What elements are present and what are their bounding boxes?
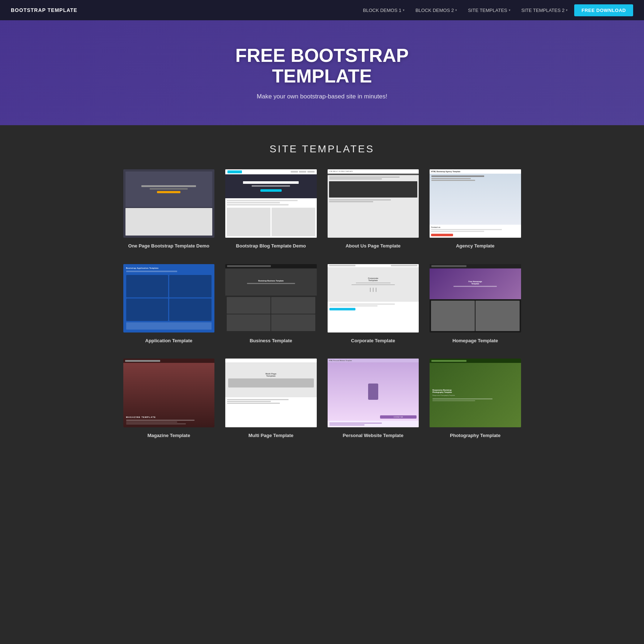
nav-block-demos-2[interactable]: BLOCK DEMOS 2 ▾ (411, 5, 461, 16)
template-label-agency: Agency Template (456, 243, 495, 249)
templates-grid-row2: Bootstrap Application Template Applicati… (123, 264, 521, 344)
template-thumb-one-page (123, 169, 215, 238)
hero-title: FREE BOOTSTRAP TEMPLATE (205, 45, 440, 86)
nav-site-templates-2[interactable]: SITE TEMPLATES 2 ▾ (517, 5, 572, 16)
template-thumb-blog (225, 169, 317, 238)
nav-menu: BLOCK DEMOS 1 ▾ BLOCK DEMOS 2 ▾ SITE TEM… (359, 4, 633, 16)
template-thumb-application: Bootstrap Application Template (123, 264, 215, 332)
template-card-multipage[interactable]: Multi PageTemplate Multi Page Template (225, 359, 317, 439)
template-card-magazine[interactable]: MAGAZINE TEMPLATE Magazine Template (123, 359, 215, 439)
template-card-blog[interactable]: Bootstrap Blog Template Demo (225, 169, 317, 250)
template-card-one-page[interactable]: One Page Bootstrap Template Demo (123, 169, 215, 250)
template-thumb-magazine: MAGAZINE TEMPLATE (123, 359, 215, 427)
nav-block-demos-1[interactable]: BLOCK DEMOS 1 ▾ (359, 5, 409, 16)
template-thumb-homepage: Free HomepageTemplate (430, 264, 521, 332)
template-label-photography: Photography Template (450, 432, 500, 439)
template-thumb-corporate: CorporateTemplate (328, 264, 419, 332)
dropdown-caret-1: ▾ (403, 8, 405, 12)
template-label-magazine: Magazine Template (148, 432, 190, 439)
template-label-application: Application Template (145, 338, 193, 344)
templates-grid-row3: MAGAZINE TEMPLATE Magazine Template Mult… (123, 359, 521, 439)
template-card-photography[interactable]: Responsive BootstrapPhotography Template… (430, 359, 521, 439)
template-card-homepage[interactable]: Free HomepageTemplate Homepage Template (430, 264, 521, 344)
navbar: BOOTSTRAP TEMPLATE BLOCK DEMOS 1 ▾ BLOCK… (0, 0, 644, 20)
template-label-one-page: One Page Bootstrap Template Demo (128, 243, 209, 249)
template-thumb-multipage: Multi PageTemplate (225, 359, 317, 427)
template-thumb-about: HTML ABOUT US PAGE TEMPLATE (328, 169, 419, 238)
dropdown-caret-2: ▾ (455, 8, 457, 12)
template-thumb-photography: Responsive BootstrapPhotography Template… (430, 359, 521, 427)
template-thumb-agency: HTML Bootstrap Agency Template Contact u… (430, 169, 521, 238)
templates-grid-row1: One Page Bootstrap Template Demo (123, 169, 521, 250)
template-card-business[interactable]: Bootstrap Business Template Business Tem… (225, 264, 317, 344)
main-content: SITE TEMPLATES One Page Bootstrap Templa… (0, 125, 644, 475)
free-download-button[interactable]: FREE DOWNLOAD (574, 4, 633, 16)
template-thumb-business: Bootstrap Business Template (225, 264, 317, 332)
template-label-about: About Us Page Template (346, 243, 401, 249)
hero-section: FREE BOOTSTRAP TEMPLATE Make your own bo… (0, 20, 644, 125)
template-card-corporate[interactable]: CorporateTemplate (328, 264, 419, 344)
nav-site-templates[interactable]: SITE TEMPLATES ▾ (464, 5, 515, 16)
template-label-blog: Bootstrap Blog Template Demo (236, 243, 306, 249)
template-label-corporate: Corporate Template (351, 338, 395, 344)
template-label-multipage: Multi Page Template (248, 432, 294, 439)
brand-logo[interactable]: BOOTSTRAP TEMPLATE (11, 7, 77, 13)
template-label-personal: Personal Website Template (343, 432, 404, 439)
template-label-homepage: Homepage Template (452, 338, 498, 344)
template-card-application[interactable]: Bootstrap Application Template Applicati… (123, 264, 215, 344)
hero-subtitle: Make your own bootstrap-based site in mi… (205, 93, 440, 100)
template-card-agency[interactable]: HTML Bootstrap Agency Template Contact u… (430, 169, 521, 250)
template-label-business: Business Template (250, 338, 292, 344)
template-card-personal[interactable]: HTML Personal Website Template CONTACT M… (328, 359, 419, 439)
template-thumb-personal: HTML Personal Website Template CONTACT M… (328, 359, 419, 427)
section-title: SITE TEMPLATES (7, 143, 637, 155)
dropdown-caret-4: ▾ (566, 8, 568, 12)
dropdown-caret-3: ▾ (509, 8, 511, 12)
hero-content: FREE BOOTSTRAP TEMPLATE Make your own bo… (205, 45, 440, 100)
template-card-about[interactable]: HTML ABOUT US PAGE TEMPLATE About Us Pag… (328, 169, 419, 250)
